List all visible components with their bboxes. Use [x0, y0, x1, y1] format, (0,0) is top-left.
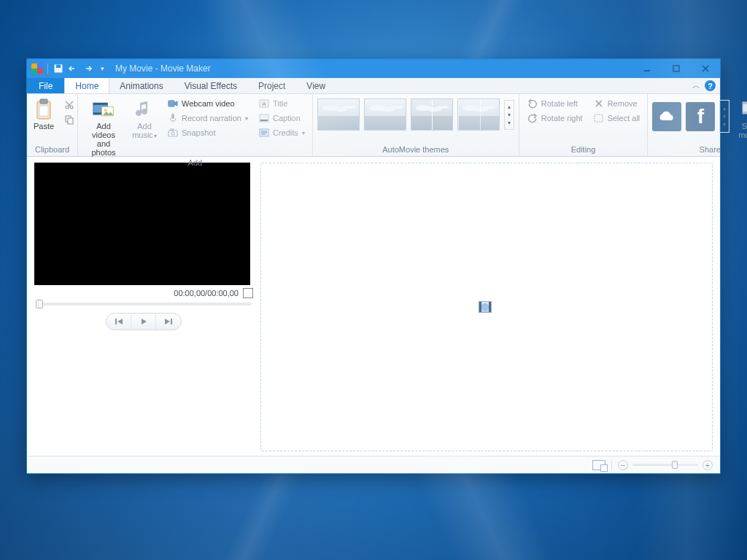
group-label-clipboard: Clipboard — [31, 144, 73, 156]
add-music-button[interactable]: Add music▾ — [129, 97, 160, 140]
credits-button[interactable]: Credits▾ — [255, 126, 308, 139]
thumbnail-view-icon[interactable] — [592, 460, 605, 470]
themes-more-dropdown[interactable]: ▴▾▾ — [504, 100, 514, 130]
qat-customize-icon[interactable]: ▾ — [96, 63, 108, 74]
theme-thumbnail-2[interactable] — [364, 98, 406, 131]
tab-project[interactable]: Project — [248, 78, 296, 93]
save-movie-button[interactable]: Save movie▾ — [734, 97, 747, 140]
zoom-out-button[interactable]: − — [618, 460, 628, 470]
svg-rect-20 — [169, 131, 177, 136]
video-preview[interactable] — [34, 163, 250, 285]
storyboard-placeholder — [479, 302, 494, 312]
paste-button[interactable]: Paste — [31, 97, 56, 131]
seek-knob[interactable] — [36, 300, 43, 308]
zoom-control: − + — [618, 460, 713, 470]
film-placeholder-icon — [479, 302, 491, 312]
microphone-icon — [167, 112, 179, 124]
maximize-button[interactable] — [662, 59, 691, 78]
svg-rect-18 — [169, 101, 174, 106]
select-all-icon — [593, 112, 605, 124]
share-onedrive-button[interactable] — [652, 102, 681, 131]
collapse-ribbon-icon[interactable]: ︿ — [692, 80, 700, 91]
preview-pane: 00:00,00/00:00,00 — [34, 163, 253, 451]
tab-home[interactable]: Home — [64, 78, 109, 93]
rotate-right-icon — [527, 112, 538, 124]
tab-visual-effects[interactable]: Visual Effects — [174, 78, 248, 93]
svg-rect-26 — [260, 120, 268, 121]
svg-text:A: A — [262, 101, 266, 107]
svg-rect-33 — [595, 114, 603, 122]
filmstrip-icon — [93, 98, 115, 120]
music-note-icon — [133, 98, 155, 120]
remove-icon — [593, 98, 605, 109]
seek-slider[interactable] — [36, 303, 252, 306]
svg-rect-40 — [171, 319, 172, 324]
rotate-left-button[interactable]: Rotate left — [524, 97, 586, 110]
theme-thumbnail-3[interactable] — [411, 98, 453, 131]
file-tab[interactable]: File — [27, 78, 64, 93]
app-icon — [31, 63, 43, 74]
previous-frame-button[interactable] — [107, 314, 131, 330]
title-icon: A — [258, 98, 270, 109]
qat-redo-icon[interactable] — [82, 63, 93, 74]
statusbar: − + — [27, 456, 720, 473]
credits-icon — [258, 127, 270, 139]
svg-rect-39 — [115, 319, 117, 324]
svg-rect-14 — [93, 103, 107, 105]
zoom-in-button[interactable]: + — [703, 460, 713, 470]
theme-thumbnail-4[interactable] — [457, 98, 500, 131]
record-narration-button[interactable]: Record narration▾ — [164, 112, 251, 125]
svg-rect-3 — [673, 66, 679, 71]
storyboard[interactable] — [260, 163, 713, 451]
caption-button[interactable]: Caption — [255, 112, 308, 125]
ribbon-tabstrip: File Home Animations Visual Effects Proj… — [27, 78, 720, 94]
window-title: My Movie - Movie Maker — [115, 63, 211, 74]
qat-save-icon[interactable] — [53, 63, 64, 74]
add-videos-photos-button[interactable]: Add videos and photos — [82, 97, 125, 157]
qat-undo-icon[interactable] — [67, 63, 79, 74]
caption-icon — [258, 112, 270, 124]
webcam-video-button[interactable]: Webcam video — [164, 97, 251, 110]
svg-rect-8 — [39, 106, 48, 116]
clipboard-icon — [33, 98, 55, 120]
camera-icon — [167, 127, 179, 139]
svg-rect-19 — [171, 114, 174, 119]
next-frame-button[interactable] — [156, 314, 181, 330]
group-label-themes: AutoMovie themes — [317, 144, 514, 156]
qat-separator — [47, 63, 48, 74]
snapshot-button[interactable]: Snapshot — [164, 126, 251, 139]
close-button[interactable] — [691, 59, 720, 78]
fullscreen-icon[interactable] — [243, 288, 253, 298]
share-facebook-button[interactable]: f — [686, 102, 715, 131]
minimize-button[interactable] — [632, 59, 662, 78]
svg-rect-12 — [68, 118, 73, 124]
svg-rect-36 — [743, 112, 747, 114]
copy-button[interactable] — [61, 113, 78, 126]
ribbon: Paste Clipboard — [27, 94, 720, 157]
playback-controls — [34, 313, 253, 330]
tab-animations[interactable]: Animations — [109, 78, 174, 93]
cut-button[interactable] — [61, 98, 78, 112]
svg-rect-1 — [56, 65, 61, 68]
group-editing: Rotate left Rotate right Remove — [519, 94, 649, 156]
svg-rect-35 — [743, 102, 747, 104]
select-all-button[interactable]: Select all — [590, 112, 643, 125]
share-more-dropdown[interactable]: ▴▾▾ — [719, 100, 729, 133]
zoom-knob[interactable] — [672, 461, 678, 469]
theme-thumbnail-1[interactable] — [317, 98, 360, 131]
remove-button[interactable]: Remove — [590, 97, 643, 110]
title-button[interactable]: A Title — [255, 97, 308, 110]
group-add: Add videos and photos Add music▾ Webcam … — [78, 94, 313, 156]
group-automovie-themes: ▴▾▾ AutoMovie themes — [313, 94, 519, 156]
zoom-slider[interactable] — [632, 464, 698, 466]
titlebar: ▾ My Movie - Movie Maker — [27, 59, 720, 78]
scissors-icon — [63, 99, 75, 111]
svg-rect-7 — [40, 99, 47, 104]
copy-icon — [63, 114, 75, 125]
help-icon[interactable]: ? — [705, 80, 716, 91]
tab-view[interactable]: View — [296, 78, 336, 93]
rotate-right-button[interactable]: Rotate right — [524, 112, 586, 125]
content-area: 00:00,00/00:00,00 — [27, 157, 720, 456]
play-button[interactable] — [131, 314, 156, 330]
rotate-left-icon — [527, 98, 538, 109]
